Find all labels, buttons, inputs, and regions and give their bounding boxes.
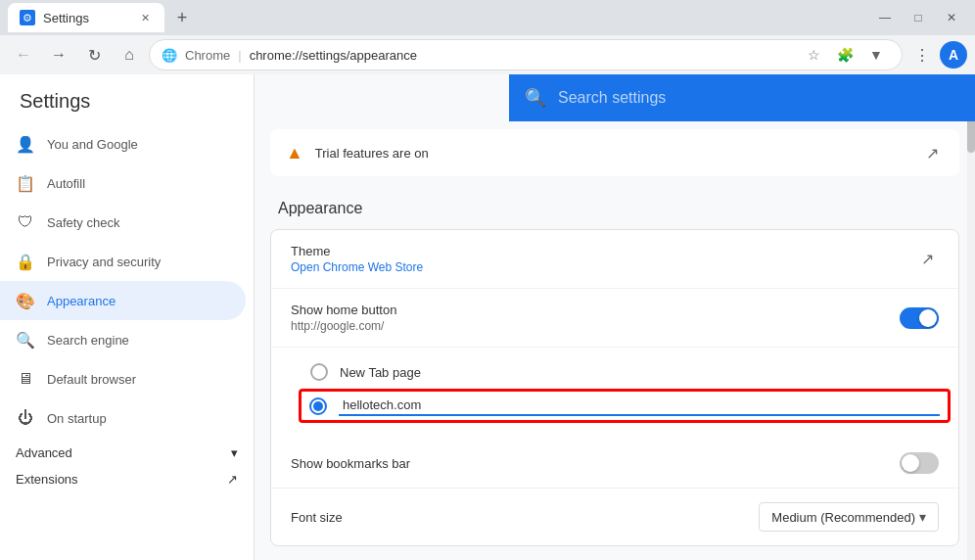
lock-icon: 🔒 (16, 252, 35, 271)
palette-icon: 🎨 (16, 291, 35, 310)
font-size-dropdown[interactable]: Medium (Recommended) ▾ (759, 502, 939, 532)
sidebar-label-autofill: Autofill (47, 176, 85, 191)
title-bar: Settings ✕ + — □ ✕ (0, 0, 975, 35)
theme-ext-link-icon[interactable]: ↗ (915, 248, 939, 271)
sidebar-label-appearance: Appearance (47, 294, 116, 308)
sidebar-label-on-startup: On startup (47, 411, 107, 426)
person-icon: 👤 (16, 134, 35, 154)
sidebar-item-you-google[interactable]: 👤 You and Google (0, 124, 246, 163)
font-size-action: Medium (Recommended) ▾ (759, 502, 939, 532)
browser-window: Settings ✕ + — □ ✕ ← → ↻ ⌂ 🌐 Chrome | ch… (0, 0, 975, 560)
appearance-section-title: Appearance (255, 184, 975, 229)
sidebar-label-you-google: You and Google (47, 137, 138, 152)
font-size-content: Font size (291, 510, 747, 525)
bookmarks-bar-content: Show bookmarks bar (291, 456, 888, 471)
avatar[interactable]: A (940, 41, 967, 69)
new-tab-button[interactable]: + (168, 4, 196, 31)
menu-button[interactable]: ⋮ (906, 39, 938, 70)
home-button[interactable]: ⌂ (114, 39, 145, 70)
address-actions: ☆ 🧩 ▼ (800, 41, 890, 69)
autofill-icon: 📋 (16, 173, 35, 193)
back-button[interactable]: ← (8, 39, 39, 70)
theme-action: ↗ (915, 248, 939, 271)
bookmarks-bar-toggle[interactable] (900, 452, 939, 474)
search-icon: 🔍 (16, 330, 35, 350)
font-size-row: Font size Medium (Recommended) ▾ (271, 489, 958, 545)
extensions-section[interactable]: Extensions ↗ (0, 464, 254, 490)
home-button-toggle[interactable] (900, 307, 939, 329)
theme-subtitle[interactable]: Open Chrome Web Store (291, 260, 904, 274)
search-input[interactable] (558, 89, 959, 107)
sidebar-item-privacy-security[interactable]: 🔒 Privacy and security (0, 242, 246, 281)
security-icon: 🌐 (162, 48, 177, 63)
sidebar-label-default-browser: Default browser (47, 372, 136, 387)
home-button-title: Show home button (291, 303, 888, 317)
trial-text: Trial features are on (315, 146, 908, 161)
custom-url-input[interactable] (339, 396, 940, 416)
tab-favicon (20, 10, 35, 25)
search-overlay: 🔍 (509, 74, 975, 121)
dropdown-button[interactable]: ▼ (862, 41, 890, 69)
new-tab-radio-label: New Tab page (340, 365, 421, 380)
address-text: chrome://settings/appearance (250, 48, 792, 63)
trial-ext-link-icon[interactable]: ↗ (920, 141, 944, 164)
sidebar-label-privacy-security: Privacy and security (47, 255, 161, 269)
address-bar[interactable]: 🌐 Chrome | chrome://settings/appearance … (149, 39, 903, 70)
sidebar-title: Settings (0, 74, 254, 124)
content-area: Settings 👤 You and Google 📋 Autofill 🛡 S… (0, 74, 975, 560)
theme-title: Theme (291, 244, 904, 258)
sidebar-item-on-startup[interactable]: ⏻ On startup (0, 398, 246, 438)
custom-url-radio-button[interactable] (309, 397, 327, 415)
home-button-toggle-switch[interactable] (900, 307, 939, 329)
custom-url-row (299, 389, 951, 423)
dropdown-arrow-icon: ▾ (919, 509, 926, 525)
radio-section: New Tab page (271, 348, 958, 439)
sidebar: Settings 👤 You and Google 📋 Autofill 🛡 S… (0, 74, 255, 560)
advanced-section[interactable]: Advanced ▾ (0, 438, 254, 464)
extensions-label: Extensions (16, 472, 78, 487)
bookmarks-bar-title: Show bookmarks bar (291, 456, 888, 471)
close-button[interactable]: ✕ (936, 8, 967, 27)
advanced-arrow: ▾ (231, 445, 238, 460)
home-button-subtitle: http://google.com/ (291, 319, 888, 333)
font-size-value: Medium (Recommended) (771, 510, 915, 525)
sidebar-item-default-browser[interactable]: 🖥 Default browser (0, 359, 246, 398)
sidebar-item-autofill[interactable]: 📋 Autofill (0, 163, 246, 203)
tab-title: Settings (43, 11, 129, 25)
minimize-button[interactable]: — (869, 8, 901, 27)
forward-button[interactable]: → (43, 39, 74, 70)
sidebar-item-safety-check[interactable]: 🛡 Safety check (0, 203, 246, 242)
extensions-icon[interactable]: 🧩 (831, 41, 859, 69)
settings-tab[interactable]: Settings ✕ (8, 3, 164, 32)
search-magnifier-icon: 🔍 (525, 87, 546, 109)
new-tab-radio-row: New Tab page (310, 357, 939, 387)
sidebar-item-search-engine[interactable]: 🔍 Search engine (0, 320, 246, 359)
toolbar-actions: ⋮ A (906, 39, 967, 70)
reload-button[interactable]: ↻ (78, 39, 110, 70)
sidebar-label-safety-check: Safety check (47, 215, 119, 230)
bookmark-button[interactable]: ☆ (800, 41, 827, 69)
trial-warning-icon: ▲ (286, 143, 303, 163)
sidebar-label-search-engine: Search engine (47, 333, 129, 348)
advanced-label: Advanced (16, 445, 72, 460)
theme-row: Theme Open Chrome Web Store ↗ (271, 230, 958, 289)
scrollbar-track (967, 74, 975, 560)
theme-content: Theme Open Chrome Web Store (291, 244, 904, 274)
shield-icon: 🛡 (16, 212, 35, 232)
main-content: ▲ Trial features are on ↗ Appearance The… (255, 74, 975, 560)
new-tab-radio-button[interactable] (310, 363, 328, 381)
chrome-label: Chrome (185, 48, 230, 63)
maximize-button[interactable]: □ (903, 8, 934, 27)
sidebar-item-appearance[interactable]: 🎨 Appearance (0, 281, 246, 320)
browser-icon: 🖥 (16, 369, 35, 389)
power-icon: ⏻ (16, 408, 35, 428)
extensions-ext-icon: ↗ (227, 472, 238, 487)
nav-bar: ← → ↻ ⌂ 🌐 Chrome | chrome://settings/app… (0, 35, 975, 74)
home-button-content: Show home button http://google.com/ (291, 303, 888, 333)
search-bar: 🔍 (509, 74, 975, 121)
bookmarks-bar-toggle-switch[interactable] (900, 452, 939, 474)
home-button-row: Show home button http://google.com/ (271, 289, 958, 348)
appearance-card: Theme Open Chrome Web Store ↗ Show home … (270, 229, 959, 546)
window-controls: — □ ✕ (869, 8, 967, 27)
tab-close-button[interactable]: ✕ (137, 10, 153, 25)
